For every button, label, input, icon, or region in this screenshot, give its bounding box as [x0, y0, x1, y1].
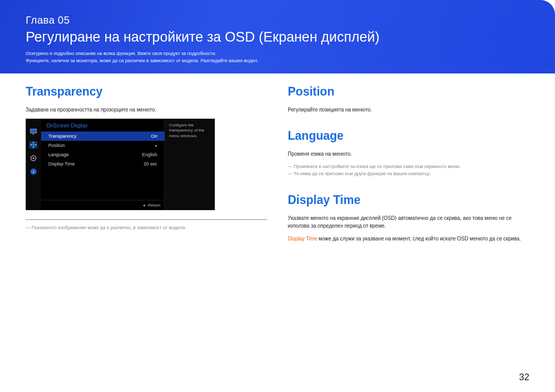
- osd-row-label: Language: [48, 152, 69, 157]
- svg-point-8: [32, 157, 34, 159]
- svg-rect-2: [32, 142, 34, 143]
- svg-rect-0: [30, 129, 36, 133]
- chapter-label: Глава 05: [26, 14, 529, 26]
- osd-sidebar: i: [26, 119, 41, 210]
- displaytime-text-2: Display Time може да служи за указване н…: [288, 235, 529, 242]
- displaytime-text: Указвате менюто на екранния дисплей (OSD…: [288, 214, 529, 230]
- svg-rect-1: [32, 134, 34, 135]
- position-text: Регулирайте позицията на менюто.: [288, 106, 529, 114]
- osd-caption: Показаното изображение може да е различн…: [26, 224, 267, 231]
- osd-row-value: English: [142, 152, 157, 157]
- language-note-1: Промяната в настройките за езика ще се п…: [288, 163, 529, 170]
- displaytime-heading: Display Time: [288, 193, 529, 207]
- osd-screenshot: i OnScreen Display Transparency On Posit…: [26, 119, 215, 210]
- gear-icon: [29, 155, 38, 162]
- header-note-2: Функциите, налични за монитора, може да …: [26, 58, 529, 65]
- page-number: 32: [519, 372, 529, 383]
- info-icon: i: [29, 168, 38, 175]
- osd-row-transparency: Transparency On: [41, 132, 164, 141]
- osd-row-displaytime: Display Time 20 sec: [41, 159, 164, 169]
- svg-rect-3: [32, 146, 34, 148]
- osd-row-label: Position: [48, 143, 65, 148]
- svg-rect-4: [30, 144, 32, 145]
- right-column: Position Регулирайте позицията на менюто…: [288, 85, 529, 248]
- osd-panel-title: OnScreen Display: [41, 119, 164, 132]
- osd-info-panel: Configure the transparency of the menu w…: [164, 119, 215, 210]
- osd-row-value: 20 sec: [143, 161, 157, 166]
- language-heading: Language: [288, 129, 529, 143]
- osd-row-value: On: [151, 134, 157, 139]
- transparency-heading: Transparency: [26, 85, 267, 99]
- osd-return-label: Return: [148, 203, 160, 208]
- monitor-icon: [29, 128, 38, 135]
- displaytime-tail: може да служи за указване на момент, сле…: [317, 236, 521, 241]
- transparency-text: Задаване на прозрачността на прозорците …: [26, 106, 267, 114]
- osd-main-panel: OnScreen Display Transparency On Positio…: [41, 119, 164, 210]
- svg-rect-5: [35, 144, 36, 145]
- language-text: Променя езика на менюто.: [288, 150, 529, 158]
- osd-footer: ◂ Return: [41, 200, 164, 210]
- osd-row-list: Transparency On Position ▸ Language Engl…: [41, 132, 164, 169]
- chapter-header: Глава 05 Регулиране на настройките за OS…: [0, 0, 555, 73]
- content-area: Transparency Задаване на прозрачността н…: [0, 73, 555, 248]
- osd-row-label: Display Time: [48, 161, 75, 166]
- language-note-2: Тя няма да се приложи към други функции …: [288, 170, 529, 177]
- left-column: Transparency Задаване на прозрачността н…: [26, 85, 267, 248]
- chevron-left-icon: ◂: [143, 203, 145, 208]
- osd-row-label: Transparency: [48, 134, 77, 139]
- divider-line: [26, 219, 267, 220]
- osd-row-position: Position ▸: [41, 141, 164, 150]
- page-title: Регулиране на настройките за OSD (Екране…: [26, 29, 529, 45]
- osd-row-language: Language English: [41, 150, 164, 159]
- displaytime-highlight: Display Time: [288, 236, 317, 241]
- dpad-icon: [29, 141, 38, 148]
- position-heading: Position: [288, 85, 529, 99]
- chevron-right-icon: ▸: [155, 143, 157, 148]
- header-note-1: Осигурено е подробно описание на всяка ф…: [26, 50, 529, 58]
- svg-point-6: [32, 144, 34, 145]
